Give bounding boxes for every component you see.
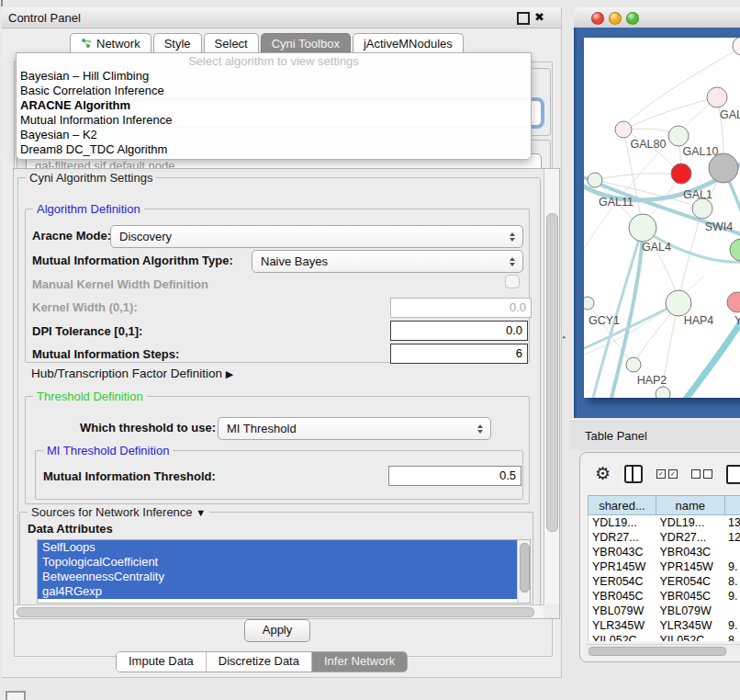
node-label: SWI4 [705, 220, 734, 233]
table-row[interactable]: YDL19...YDL19...13 [589, 515, 740, 530]
hub-definition-toggle[interactable]: Hub/Transcription Factor Definition ▶ [31, 367, 233, 380]
tab-jactivemnodules[interactable]: jActiveMNodules [353, 33, 464, 52]
network-node-y[interactable] [727, 292, 740, 312]
node-label: HAP4 [684, 314, 714, 327]
tab-select[interactable]: Select [204, 33, 259, 52]
table-cell: 8 [724, 633, 740, 641]
table-row[interactable]: YLR345WYLR345W9. [589, 618, 740, 633]
tab-discretize-data[interactable]: Discretize Data [207, 652, 312, 672]
column-header-name[interactable]: name [656, 495, 725, 515]
table-cell: YBR043C [656, 545, 724, 559]
table-cell: YDL19... [589, 515, 656, 530]
mi-threshold-group: MI Threshold Definition Mutual Informati… [35, 450, 523, 500]
table-horizontal-scrollbar-thumb[interactable] [589, 647, 726, 656]
table-cell: YDL19... [656, 515, 724, 530]
table-cell: YPR145W [589, 559, 656, 574]
dpi-tolerance-input[interactable]: 0.0 [390, 321, 528, 341]
table-cell: YER054C [589, 574, 656, 589]
network-node-swi4[interactable] [692, 198, 712, 219]
manual-kernel-label: Manual Kernel Width Definition [32, 277, 208, 291]
column-header-A[interactable]: A [725, 495, 740, 515]
data-attribute-item[interactable]: SelfLoops [38, 540, 517, 555]
table-row[interactable]: YBR045CYBR045C9. [589, 589, 740, 604]
algorithm-option[interactable]: ARACNE Algorithm [17, 98, 531, 113]
network-node[interactable] [709, 153, 738, 183]
apply-button[interactable]: Apply [244, 619, 310, 642]
algorithm-option[interactable]: Bayesian – Hill Climbing [17, 69, 531, 84]
table-cell [724, 545, 740, 559]
table-row[interactable]: YDR27...YDR27...12 [589, 530, 740, 545]
settings-horizontal-scrollbar-thumb[interactable] [17, 607, 534, 617]
algorithm-option[interactable]: Dream8 DC_TDC Algorithm [17, 142, 531, 157]
settings-vertical-scrollbar[interactable] [544, 169, 559, 604]
algorithm-option[interactable]: Mutual Information Inference [17, 113, 531, 128]
table-row[interactable]: YIL052CYIL052C8 [589, 633, 740, 641]
gear-icon[interactable]: ⚙ [595, 465, 611, 483]
mi-threshold-label: Mutual Information Threshold: [43, 469, 216, 483]
settings-horizontal-scrollbar[interactable] [15, 604, 544, 618]
tab-impute-data[interactable]: Impute Data [117, 652, 207, 672]
threshold-definition-title: Threshold Definition [33, 390, 147, 403]
network-node-gal80[interactable] [615, 121, 632, 138]
tab-network[interactable]: Network [70, 33, 151, 52]
table-horizontal-scrollbar[interactable] [586, 644, 740, 656]
close-icon[interactable]: ✖ [534, 10, 544, 24]
tab-infer-network[interactable]: Infer Network [312, 652, 407, 672]
column-header-shared...[interactable]: shared... [588, 495, 656, 515]
tab-style[interactable]: Style [153, 33, 202, 52]
float-window-icon[interactable] [517, 12, 530, 25]
tab-label: Network [96, 37, 140, 51]
table-row[interactable]: YPR145WYPR145W9. [589, 559, 740, 574]
list-scrollbar-thumb[interactable] [520, 543, 530, 593]
table-row[interactable]: YER054CYER054C8. [589, 574, 740, 589]
data-attributes-label: Data Attributes [28, 522, 113, 536]
data-attribute-item[interactable]: TopologicalCoefficient [38, 555, 517, 570]
aracne-mode-combobox[interactable]: Discovery [110, 225, 523, 248]
algorithm-option[interactable]: Basic Correlation Inference [17, 84, 531, 98]
minimize-traffic-light-icon[interactable] [609, 12, 622, 25]
mi-algorithm-type-combobox[interactable]: Naive Bayes [252, 250, 523, 273]
mi-threshold-input[interactable]: 0.5 [388, 466, 521, 486]
panel-splitter-handle[interactable]: ▸ [563, 333, 566, 341]
network-canvas[interactable]: GALGAL80GAL10GAL1GAL11SWI4GAL4GCY1HAP4YH… [584, 38, 740, 398]
network-node-gal11[interactable] [588, 173, 602, 187]
network-node-hap2[interactable] [626, 357, 641, 372]
network-node[interactable] [733, 38, 740, 55]
network-node[interactable] [656, 387, 670, 398]
data-attributes-list[interactable]: SelfLoopsTopologicalCoefficientBetweenne… [37, 539, 531, 604]
mi-steps-input[interactable]: 6 [390, 344, 528, 364]
network-node-gal4[interactable] [629, 214, 656, 242]
data-attribute-item[interactable]: gal4RGexp [38, 584, 517, 599]
algorithm-option[interactable]: Bayesian – K2 [17, 128, 531, 142]
select-all-icon[interactable]: ✓✓ [656, 469, 678, 479]
network-node-hap4[interactable] [666, 290, 691, 316]
control-panel-titlebar: Control Panel ✖ [2, 7, 561, 28]
list-scrollbar[interactable] [517, 540, 530, 603]
settings-vertical-scrollbar-thumb[interactable] [546, 213, 558, 532]
close-traffic-light-icon[interactable] [591, 12, 604, 25]
table-toolbar: ⚙ ✓✓ [580, 458, 740, 490]
data-attribute-item[interactable]: BetweennessCentrality [38, 570, 517, 584]
table-cell: YIL052C [656, 633, 724, 641]
network-node-gcy1[interactable] [584, 297, 594, 310]
tab-cyni-toolbox[interactable]: Cyni Toolbox [261, 33, 351, 52]
network-node-gal1[interactable] [671, 164, 691, 184]
algorithm-placeholder-option[interactable]: Select algorithm to view settings [17, 53, 531, 69]
network-icon [81, 38, 92, 49]
table-row[interactable]: YBR043CYBR043C [589, 545, 740, 559]
zoom-traffic-light-icon[interactable] [626, 12, 639, 25]
document-icon[interactable] [726, 465, 740, 484]
screen: Control Panel ✖ Network Style Select Cyn… [0, 0, 740, 700]
split-columns-icon[interactable] [624, 465, 643, 483]
sources-title-label: Sources for Network Inference [31, 505, 193, 519]
network-node-gal[interactable] [707, 87, 727, 107]
minimized-panel-icon[interactable] [6, 691, 26, 700]
table-row[interactable]: YBL079WYBL079W [589, 604, 740, 618]
sources-group-title[interactable]: Sources for Network Inference ▼ [28, 505, 209, 519]
deselect-all-icon[interactable] [691, 469, 712, 479]
window-title: Control Panel [8, 11, 81, 25]
table-cell: YLR345W [656, 618, 724, 633]
network-node[interactable] [730, 239, 740, 261]
network-node-gal10[interactable] [668, 126, 689, 146]
which-threshold-combobox[interactable]: MI Threshold [218, 417, 491, 440]
